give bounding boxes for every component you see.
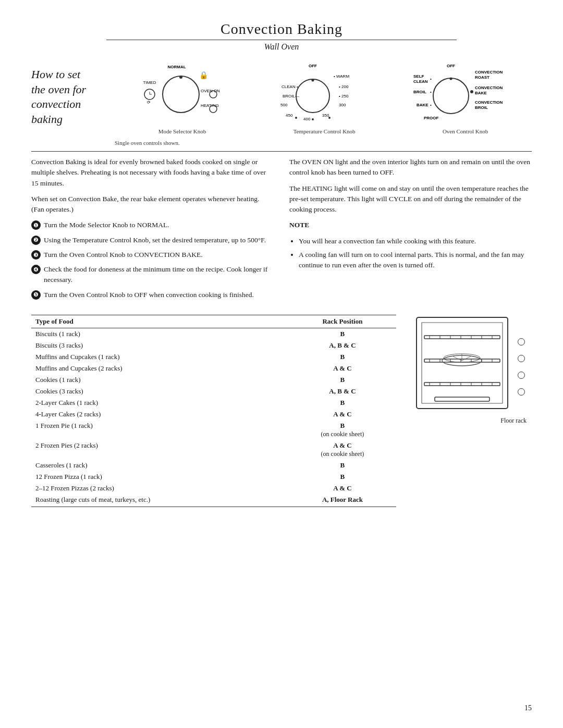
- temp-control-diagram: OFF • WARM CLEAN • • 200 BROIL— • 250 50…: [271, 62, 360, 122]
- svg-text:PROOF: PROOF: [424, 116, 439, 120]
- oven-diagram-area: Floor rack: [407, 315, 532, 507]
- food-name-cell: Cookies (3 racks): [31, 386, 289, 397]
- oven-control-label: Oven Control Knob: [443, 128, 488, 134]
- table-row: 2 Frozen Pies (2 racks)A & C(on cookie s…: [31, 440, 396, 460]
- rack-position-cell: A & C: [289, 409, 396, 420]
- single-oven-note: Single oven controls shown.: [115, 140, 532, 146]
- rack-circle-a: [518, 338, 525, 346]
- svg-text:CONVECTION: CONVECTION: [475, 85, 503, 90]
- svg-rect-49: [424, 336, 500, 339]
- temp-control-knob-group: OFF • WARM CLEAN • • 200 BROIL— • 250 50…: [271, 62, 360, 122]
- knobs-row: NORMAL TIMED ⟳ 🔒 OVEN ON HEATING: [115, 62, 532, 122]
- table-row: 1 Frozen Pie (1 rack)B(on cookie sheet): [31, 420, 396, 440]
- svg-text:350: 350: [322, 113, 329, 118]
- mode-selector-diagram: NORMAL TIMED ⟳ 🔒 OVEN ON HEATING: [139, 62, 223, 122]
- rack-position-cell: B(on cookie sheet): [289, 420, 396, 440]
- rack-position-cell: A & C: [289, 483, 396, 494]
- two-col-section: Convection Baking is ideal for evenly br…: [31, 157, 532, 304]
- svg-text:BROIL: BROIL: [413, 90, 426, 94]
- svg-point-28: [311, 79, 314, 82]
- svg-point-45: [433, 78, 469, 114]
- rack-position-cell: B: [289, 351, 396, 363]
- svg-text:•: •: [430, 103, 432, 107]
- rack-position-cell: A, B & C: [289, 386, 396, 397]
- rack-position-cell: B: [289, 460, 396, 471]
- note-item-1: You will hear a convection fan while coo…: [299, 236, 532, 246]
- table-row: Biscuits (1 rack)B: [31, 328, 396, 340]
- col1-header: Type of Food: [31, 315, 289, 328]
- table-row: Biscuits (3 racks)A, B & C: [31, 340, 396, 351]
- svg-point-26: [328, 117, 331, 119]
- food-table: Type of Food Rack Position Biscuits (1 r…: [31, 315, 396, 505]
- svg-text:•: •: [430, 90, 432, 94]
- svg-text:🔒: 🔒: [199, 71, 209, 80]
- note-section: NOTE You will hear a convection fan whil…: [289, 220, 532, 270]
- svg-text:•: •: [430, 77, 432, 81]
- rack-position-cell: B: [289, 374, 396, 386]
- rack-position-cell: A, Floor Rack: [289, 494, 396, 505]
- svg-text:300: 300: [339, 103, 346, 107]
- food-name-cell: 12 Frozen Pizza (1 rack): [31, 471, 289, 483]
- food-name-cell: Biscuits (1 rack): [31, 328, 289, 340]
- step-3-text: Turn the Oven Control Knob to CONVECTION…: [44, 250, 203, 260]
- table-row: 2–12 Frozen Pizzas (2 racks)A & C: [31, 483, 396, 494]
- svg-text:400: 400: [303, 117, 311, 121]
- left-para2: When set on Convection Bake, the rear ba…: [31, 194, 274, 215]
- oven-diagram-row: [414, 315, 525, 414]
- food-name-cell: Casseroles (1 rack): [31, 460, 289, 471]
- how-to-set-heading: How to set the oven for convection bakin…: [31, 62, 115, 127]
- right-para1: The OVEN ON light and the oven interior …: [289, 157, 532, 178]
- food-name-cell: 2-Layer Cakes (1 rack): [31, 397, 289, 409]
- svg-text:• WARM: • WARM: [334, 74, 349, 79]
- table-row: Muffins and Cupcakes (1 rack)B: [31, 351, 396, 363]
- rack-position-cell: A & C(on cookie sheet): [289, 440, 396, 460]
- step-1-text: Turn the Mode Selector Knob to NORMAL.: [44, 220, 169, 230]
- food-name-cell: Muffins and Cupcakes (2 racks): [31, 363, 289, 374]
- oven-rack-svg: [414, 315, 516, 414]
- svg-line-77: [462, 356, 471, 361]
- svg-rect-65: [424, 382, 500, 386]
- food-name-cell: 2–12 Frozen Pizzas (2 racks): [31, 483, 289, 494]
- top-section: How to set the oven for convection bakin…: [31, 62, 532, 134]
- svg-text:BAKE: BAKE: [417, 103, 429, 107]
- step-5-text: Turn the Oven Control Knob to OFF when c…: [44, 290, 254, 300]
- mode-selector-label: Mode Selector Knob: [158, 128, 206, 134]
- step-5-number: ❺: [31, 290, 41, 300]
- rack-position-cell: B: [289, 328, 396, 340]
- page-number: 15: [524, 704, 532, 712]
- oven-control-diagram: OFF SELF CLEAN • CONVECTION ROAST BROIL …: [408, 62, 507, 122]
- svg-text:CLEAN •: CLEAN •: [282, 84, 298, 89]
- table-row: 12 Frozen Pizza (1 rack)B: [31, 471, 396, 483]
- svg-text:CLEAN: CLEAN: [413, 79, 428, 84]
- oven-control-knob-group: OFF SELF CLEAN • CONVECTION ROAST BROIL …: [408, 62, 507, 122]
- rack-circle-floor: [518, 388, 525, 396]
- svg-text:BROIL: BROIL: [475, 105, 488, 110]
- temp-control-label: Temperature Control Knob: [293, 128, 356, 134]
- svg-text:OFF: OFF: [447, 64, 455, 68]
- svg-text:ROAST: ROAST: [475, 75, 489, 80]
- step-4: ❹ Check the food for doneness at the min…: [31, 264, 274, 286]
- bottom-section: Type of Food Rack Position Biscuits (1 r…: [31, 315, 532, 507]
- food-name-cell: Muffins and Cupcakes (1 rack): [31, 351, 289, 363]
- svg-text:BAKE: BAKE: [475, 91, 487, 95]
- table-row: Casseroles (1 rack)B: [31, 460, 396, 471]
- knobs-area: NORMAL TIMED ⟳ 🔒 OVEN ON HEATING: [115, 62, 532, 134]
- step-4-text: Check the food for doneness at the minim…: [44, 264, 274, 286]
- svg-text:TIMED: TIMED: [143, 80, 156, 85]
- svg-point-4: [179, 76, 182, 79]
- food-name-cell: Cookies (1 rack): [31, 374, 289, 386]
- rack-position-cell: A & C: [289, 363, 396, 374]
- col2-header: Rack Position: [289, 315, 396, 328]
- step-1-number: ❶: [31, 220, 41, 230]
- rack-circle-c: [518, 372, 525, 379]
- svg-text:• 250: • 250: [339, 94, 349, 98]
- note-list: You will hear a convection fan while coo…: [289, 236, 532, 271]
- table-row: 4-Layer Cakes (2 racks)A & C: [31, 409, 396, 420]
- step-3-number: ❸: [31, 250, 41, 260]
- rack-position-cell: B: [289, 471, 396, 483]
- food-name-cell: Biscuits (3 racks): [31, 340, 289, 351]
- svg-text:CONVECTION: CONVECTION: [475, 100, 503, 105]
- table-row: Cookies (3 racks)A, B & C: [31, 386, 396, 397]
- svg-text:500: 500: [280, 103, 288, 107]
- step-4-number: ❹: [31, 265, 41, 274]
